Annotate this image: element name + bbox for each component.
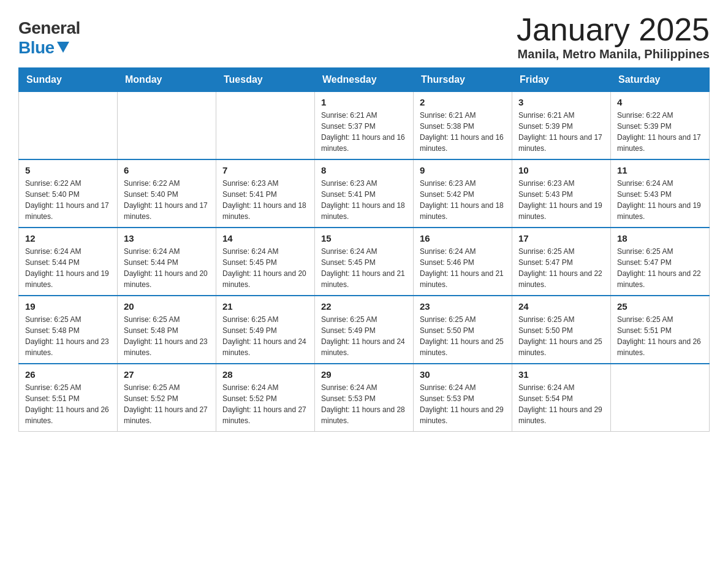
day-number: 16 [420,233,506,243]
day-info: Sunrise: 6:24 AMSunset: 5:46 PMDaylight:… [420,246,506,290]
day-number: 19 [25,301,111,312]
day-number: 11 [617,165,703,175]
day-number: 5 [25,165,111,175]
location-title: Manila, Metro Manila, Philippines [517,47,710,61]
day-info: Sunrise: 6:25 AMSunset: 5:50 PMDaylight:… [420,314,506,358]
day-number: 7 [222,165,308,175]
calendar-cell: 5Sunrise: 6:22 AMSunset: 5:40 PMDaylight… [19,159,118,228]
calendar-cell: 24Sunrise: 6:25 AMSunset: 5:50 PMDayligh… [512,296,611,364]
weekday-header-friday: Friday [512,68,611,92]
calendar-week-row: 19Sunrise: 6:25 AMSunset: 5:48 PMDayligh… [19,296,710,364]
calendar-cell: 20Sunrise: 6:25 AMSunset: 5:48 PMDayligh… [118,296,216,364]
weekday-header-thursday: Thursday [414,68,512,92]
day-info: Sunrise: 6:25 AMSunset: 5:50 PMDaylight:… [518,314,604,358]
day-info: Sunrise: 6:23 AMSunset: 5:41 PMDaylight:… [321,178,407,222]
calendar-cell: 10Sunrise: 6:23 AMSunset: 5:43 PMDayligh… [512,159,611,228]
day-number: 1 [321,97,407,107]
day-info: Sunrise: 6:25 AMSunset: 5:52 PMDaylight:… [124,382,210,426]
day-info: Sunrise: 6:24 AMSunset: 5:45 PMDaylight:… [222,246,308,290]
calendar-cell: 22Sunrise: 6:25 AMSunset: 5:49 PMDayligh… [315,296,414,364]
day-info: Sunrise: 6:25 AMSunset: 5:49 PMDaylight:… [321,314,407,358]
calendar-cell: 23Sunrise: 6:25 AMSunset: 5:50 PMDayligh… [414,296,512,364]
calendar-cell: 9Sunrise: 6:23 AMSunset: 5:42 PMDaylight… [414,159,512,228]
calendar-cell: 2Sunrise: 6:21 AMSunset: 5:38 PMDaylight… [414,92,512,160]
calendar-cell: 6Sunrise: 6:22 AMSunset: 5:40 PMDaylight… [118,159,216,228]
calendar-cell: 15Sunrise: 6:24 AMSunset: 5:45 PMDayligh… [315,228,414,296]
calendar-cell: 28Sunrise: 6:24 AMSunset: 5:52 PMDayligh… [216,364,315,432]
logo: General Blue [18,18,80,58]
day-number: 12 [25,233,111,243]
day-info: Sunrise: 6:24 AMSunset: 5:44 PMDaylight:… [124,246,210,290]
day-number: 15 [321,233,407,243]
calendar-week-row: 26Sunrise: 6:25 AMSunset: 5:51 PMDayligh… [19,364,710,432]
calendar-cell [216,92,315,160]
day-info: Sunrise: 6:25 AMSunset: 5:49 PMDaylight:… [222,314,308,358]
day-number: 2 [420,97,506,107]
day-number: 21 [222,301,308,312]
calendar-cell: 17Sunrise: 6:25 AMSunset: 5:47 PMDayligh… [512,228,611,296]
day-number: 26 [25,369,111,380]
calendar-cell: 26Sunrise: 6:25 AMSunset: 5:51 PMDayligh… [19,364,118,432]
day-number: 6 [124,165,210,175]
day-number: 31 [518,369,604,380]
day-number: 20 [124,301,210,312]
calendar-cell: 21Sunrise: 6:25 AMSunset: 5:49 PMDayligh… [216,296,315,364]
day-info: Sunrise: 6:24 AMSunset: 5:43 PMDaylight:… [617,178,703,222]
title-area: January 2025 Manila, Metro Manila, Phili… [517,12,710,61]
calendar-cell: 18Sunrise: 6:25 AMSunset: 5:47 PMDayligh… [611,228,710,296]
calendar-cell: 12Sunrise: 6:24 AMSunset: 5:44 PMDayligh… [19,228,118,296]
weekday-header-tuesday: Tuesday [216,68,315,92]
calendar-cell: 25Sunrise: 6:25 AMSunset: 5:51 PMDayligh… [611,296,710,364]
calendar-week-row: 5Sunrise: 6:22 AMSunset: 5:40 PMDaylight… [19,159,710,228]
day-number: 17 [518,233,604,243]
day-number: 25 [617,301,703,312]
logo-general-text: General [18,18,80,38]
calendar-week-row: 12Sunrise: 6:24 AMSunset: 5:44 PMDayligh… [19,228,710,296]
day-number: 24 [518,301,604,312]
calendar-cell: 19Sunrise: 6:25 AMSunset: 5:48 PMDayligh… [19,296,118,364]
calendar-cell: 29Sunrise: 6:24 AMSunset: 5:53 PMDayligh… [315,364,414,432]
calendar-cell: 30Sunrise: 6:24 AMSunset: 5:53 PMDayligh… [414,364,512,432]
day-number: 30 [420,369,506,380]
weekday-header-saturday: Saturday [611,68,710,92]
weekday-header-sunday: Sunday [19,68,118,92]
calendar-cell: 1Sunrise: 6:21 AMSunset: 5:37 PMDaylight… [315,92,414,160]
weekday-header-monday: Monday [118,68,216,92]
weekday-header-row: SundayMondayTuesdayWednesdayThursdayFrid… [19,68,710,92]
calendar-cell: 27Sunrise: 6:25 AMSunset: 5:52 PMDayligh… [118,364,216,432]
calendar-cell: 4Sunrise: 6:22 AMSunset: 5:39 PMDaylight… [611,92,710,160]
day-number: 28 [222,369,308,380]
weekday-header-wednesday: Wednesday [315,68,414,92]
day-number: 27 [124,369,210,380]
day-info: Sunrise: 6:22 AMSunset: 5:39 PMDaylight:… [617,110,703,154]
day-info: Sunrise: 6:24 AMSunset: 5:45 PMDaylight:… [321,246,407,290]
day-number: 4 [617,97,703,107]
calendar-cell: 13Sunrise: 6:24 AMSunset: 5:44 PMDayligh… [118,228,216,296]
day-info: Sunrise: 6:25 AMSunset: 5:47 PMDaylight:… [617,246,703,290]
logo-blue-text: Blue [18,38,69,58]
day-number: 14 [222,233,308,243]
day-info: Sunrise: 6:25 AMSunset: 5:48 PMDaylight:… [124,314,210,358]
calendar-cell: 31Sunrise: 6:24 AMSunset: 5:54 PMDayligh… [512,364,611,432]
logo-triangle-icon [57,42,69,53]
calendar-table: SundayMondayTuesdayWednesdayThursdayFrid… [18,67,710,432]
calendar-cell: 11Sunrise: 6:24 AMSunset: 5:43 PMDayligh… [611,159,710,228]
calendar-cell: 14Sunrise: 6:24 AMSunset: 5:45 PMDayligh… [216,228,315,296]
calendar-cell: 3Sunrise: 6:21 AMSunset: 5:39 PMDaylight… [512,92,611,160]
day-info: Sunrise: 6:22 AMSunset: 5:40 PMDaylight:… [25,178,111,222]
day-info: Sunrise: 6:21 AMSunset: 5:37 PMDaylight:… [321,110,407,154]
calendar-cell: 7Sunrise: 6:23 AMSunset: 5:41 PMDaylight… [216,159,315,228]
day-info: Sunrise: 6:23 AMSunset: 5:41 PMDaylight:… [222,178,308,222]
calendar-cell [19,92,118,160]
day-info: Sunrise: 6:21 AMSunset: 5:38 PMDaylight:… [420,110,506,154]
day-info: Sunrise: 6:22 AMSunset: 5:40 PMDaylight:… [124,178,210,222]
day-info: Sunrise: 6:24 AMSunset: 5:52 PMDaylight:… [222,382,308,426]
day-info: Sunrise: 6:24 AMSunset: 5:53 PMDaylight:… [321,382,407,426]
calendar-cell: 16Sunrise: 6:24 AMSunset: 5:46 PMDayligh… [414,228,512,296]
day-info: Sunrise: 6:21 AMSunset: 5:39 PMDaylight:… [518,110,604,154]
calendar-week-row: 1Sunrise: 6:21 AMSunset: 5:37 PMDaylight… [19,92,710,160]
day-info: Sunrise: 6:24 AMSunset: 5:54 PMDaylight:… [518,382,604,426]
calendar-cell [118,92,216,160]
day-number: 22 [321,301,407,312]
day-number: 13 [124,233,210,243]
